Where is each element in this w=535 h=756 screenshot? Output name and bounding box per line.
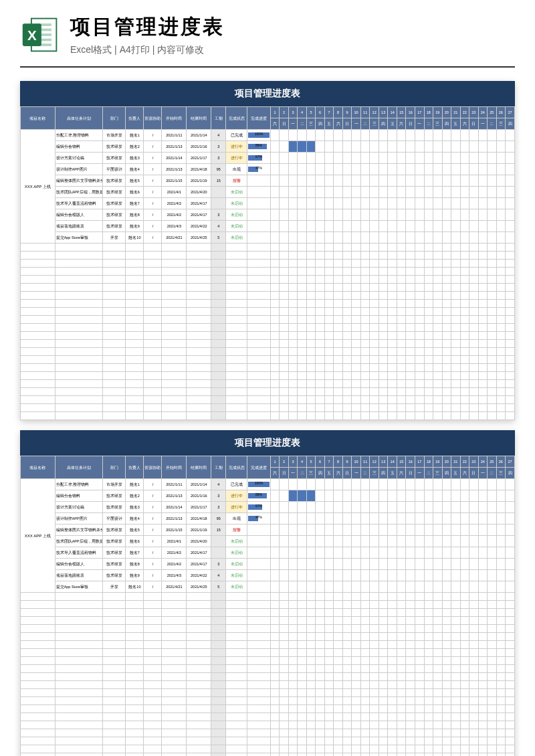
gantt-cell bbox=[352, 153, 361, 164]
gantt-cell bbox=[388, 479, 397, 490]
owner-cell: 姓名4 bbox=[126, 164, 144, 175]
gantt-cell bbox=[316, 175, 325, 187]
gantt-cell bbox=[496, 187, 506, 198]
gantt-cell bbox=[451, 221, 461, 232]
gantt-cell bbox=[469, 164, 479, 175]
header-divider bbox=[20, 66, 515, 68]
gantt-cell bbox=[506, 536, 515, 547]
empty-row bbox=[21, 657, 515, 665]
gantt-cell bbox=[442, 559, 451, 570]
gantt-cell bbox=[370, 513, 379, 525]
dur-cell: 95 bbox=[211, 164, 226, 175]
gantt-cell bbox=[488, 559, 497, 570]
gantt-cell bbox=[460, 513, 469, 525]
gantt-cell bbox=[360, 153, 370, 164]
gantt-cell bbox=[460, 581, 469, 593]
gantt-cell bbox=[496, 130, 506, 141]
gantt-cell bbox=[506, 513, 515, 525]
res-cell: / bbox=[144, 547, 162, 559]
col-end: 结束时间 bbox=[187, 107, 211, 130]
gantt-cell bbox=[469, 221, 479, 232]
table-row: 项目落地跟账表技术研发姓名9/2021/4/32021/4/224未启动 bbox=[21, 221, 515, 232]
gantt-cell bbox=[306, 502, 316, 513]
gantt-cell bbox=[306, 175, 316, 187]
table-row: 技术导入覆盖流程物料技术研发姓名7/2021/4/22021/4/17未启动 bbox=[21, 547, 515, 559]
gantt-cell bbox=[316, 490, 325, 502]
gantt-cell bbox=[496, 164, 506, 175]
status-cell: 未启动 bbox=[226, 559, 247, 570]
gantt-cell bbox=[506, 490, 515, 502]
gantt-cell bbox=[397, 581, 406, 593]
gantt-cell bbox=[478, 536, 488, 547]
gantt-cell bbox=[478, 479, 488, 490]
gantt-cell bbox=[352, 175, 361, 187]
gantt-cell bbox=[298, 525, 307, 536]
gantt-cell bbox=[306, 153, 316, 164]
start-cell: 2021/1/13 bbox=[162, 141, 187, 153]
gantt-cell bbox=[397, 559, 406, 570]
status-cell: 未启动 bbox=[226, 187, 247, 198]
gantt-cell bbox=[280, 198, 289, 209]
progress-cell bbox=[247, 209, 270, 221]
dur-cell bbox=[211, 198, 226, 209]
gantt-cell bbox=[397, 479, 406, 490]
empty-row bbox=[21, 324, 515, 332]
gantt-cell bbox=[415, 490, 424, 502]
dur-cell: 5 bbox=[211, 581, 226, 593]
empty-row bbox=[21, 641, 515, 649]
progress-cell bbox=[247, 570, 270, 581]
gantt-cell bbox=[379, 153, 388, 164]
gantt-cell bbox=[298, 513, 307, 525]
gantt-cell bbox=[496, 221, 506, 232]
status-cell: 未启动 bbox=[226, 547, 247, 559]
gantt-cell bbox=[316, 559, 325, 570]
dur-cell: 3 bbox=[211, 153, 226, 164]
gantt-cell bbox=[406, 187, 415, 198]
start-cell: 2021/1/13 bbox=[162, 490, 187, 502]
gantt-cell bbox=[406, 570, 415, 581]
gantt-cell bbox=[460, 187, 469, 198]
gantt-cell bbox=[379, 525, 388, 536]
gantt-cell bbox=[342, 536, 352, 547]
gantt-cell bbox=[280, 547, 289, 559]
day-num: 18 bbox=[424, 107, 433, 118]
gantt-cell bbox=[360, 175, 370, 187]
gantt-cell bbox=[334, 187, 343, 198]
gantt-cell bbox=[288, 479, 298, 490]
empty-row bbox=[21, 244, 515, 252]
end-cell: 2021/1/16 bbox=[187, 490, 211, 502]
gantt-cell bbox=[424, 570, 433, 581]
gantt-cell bbox=[342, 209, 352, 221]
empty-row bbox=[21, 276, 515, 284]
gantt-cell bbox=[334, 153, 343, 164]
gantt-cell bbox=[460, 198, 469, 209]
excel-icon: X bbox=[20, 15, 60, 55]
gantt-cell bbox=[506, 164, 515, 175]
gantt-cell bbox=[415, 536, 424, 547]
gantt-cell bbox=[316, 525, 325, 536]
res-cell: / bbox=[144, 198, 162, 209]
gantt-cell bbox=[370, 525, 379, 536]
status-cell: 未启动 bbox=[226, 570, 247, 581]
gantt-cell bbox=[342, 187, 352, 198]
gantt-cell bbox=[379, 536, 388, 547]
gantt-cell bbox=[478, 525, 488, 536]
gantt-cell bbox=[316, 187, 325, 198]
gantt-cell bbox=[379, 490, 388, 502]
dept-cell: 技术研发 bbox=[102, 525, 125, 536]
gantt-cell bbox=[442, 581, 451, 593]
gantt-cell bbox=[370, 198, 379, 209]
gantt-cell bbox=[460, 525, 469, 536]
task-cell: 编辑分会物料 bbox=[55, 141, 102, 153]
gantt-cell bbox=[306, 570, 316, 581]
day-wk: 六 bbox=[460, 118, 469, 130]
res-cell: / bbox=[144, 209, 162, 221]
empty-row bbox=[21, 260, 515, 268]
dur-cell: 4 bbox=[211, 130, 226, 141]
gantt-cell bbox=[415, 479, 424, 490]
owner-cell: 姓名6 bbox=[126, 187, 144, 198]
empty-row bbox=[21, 316, 515, 324]
empty-row bbox=[21, 284, 515, 292]
gantt-cell bbox=[334, 490, 343, 502]
gantt-cell bbox=[288, 153, 298, 164]
